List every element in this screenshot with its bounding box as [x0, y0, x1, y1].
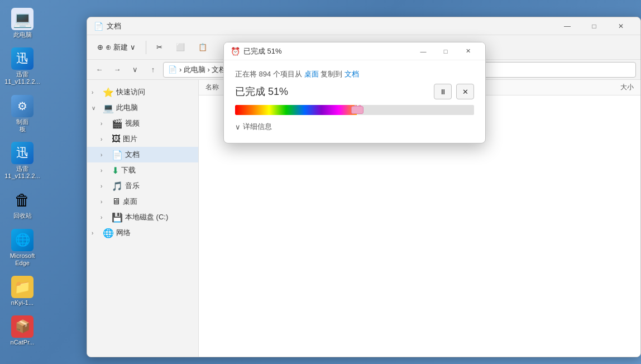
document-label: 文档 — [125, 150, 140, 160]
quickaccess-icon: ⭐ — [103, 87, 114, 98]
file-explorer-title: 文档 — [107, 21, 554, 31]
thispc-label: 此电脑 — [116, 103, 138, 113]
progress-pause-button[interactable]: ⏸ — [434, 84, 452, 99]
localdisk-label: 本地磁盘 (C:) — [125, 212, 168, 222]
sidebar-item-localdisk[interactable]: › 💾 本地磁盘 (C:) — [87, 209, 198, 225]
picture-arrow: › — [101, 136, 109, 142]
download-label: 下载 — [121, 165, 136, 175]
progress-source-link[interactable]: 桌面 — [304, 70, 319, 78]
document-arrow: › — [101, 152, 109, 158]
progress-details-toggle[interactable]: ∨ 详细信息 — [235, 122, 474, 132]
desktop-icon-thunder1[interactable]: 迅 迅雷11_v11.2.2... — [2, 45, 42, 88]
thunder2-label: 迅雷11_v11.2.2... — [4, 165, 40, 180]
progress-dest-link[interactable]: 文档 — [345, 70, 359, 78]
details-label: 详细信息 — [243, 122, 272, 132]
progress-clock-icon: ⏰ — [231, 47, 240, 56]
desktop-icon-computer[interactable]: 💻 此电脑 — [2, 6, 42, 41]
video-arrow: › — [101, 121, 109, 127]
progress-body: 正在将 894 个项目从 桌面 复制到 文档 已完成 51% ⏸ ✕ — [224, 60, 485, 143]
address-path: › 此电脑 › 文档 — [179, 65, 227, 75]
desktop-label: 桌面 — [123, 197, 137, 207]
quickaccess-arrow: › — [92, 89, 101, 95]
edge-icon: 🌐 — [11, 229, 34, 251]
desktop-icon-recycle[interactable]: 🗑 回收站 — [2, 186, 42, 222]
download-icon: ⬇ — [112, 165, 119, 176]
sidebar-item-desktop[interactable]: › 🖥 桌面 — [87, 194, 198, 209]
window-controls: — □ ✕ — [554, 17, 634, 35]
sidebar-item-document[interactable]: › 📄 文档 — [87, 147, 198, 162]
desktop-icon-folder-yellow[interactable]: 📁 nKyi-1... — [2, 274, 42, 309]
progress-minimize-button[interactable]: — — [413, 44, 434, 59]
computer-icon-label: 此电脑 — [13, 31, 32, 39]
recycle-label: 回收站 — [13, 212, 32, 219]
back-button[interactable]: ← — [92, 62, 107, 78]
thispc-icon: 💻 — [103, 103, 114, 113]
desktop-icon-edge[interactable]: 🌐 MicrosoftEdge — [2, 227, 42, 269]
content-col-size: 大小 — [578, 83, 634, 92]
progress-window-controls: — □ ✕ — [413, 44, 479, 59]
sidebar-item-video[interactable]: › 🎬 视频 — [87, 116, 198, 131]
winrar-label: nCatPr... — [11, 339, 35, 346]
progress-titlebar: ⏰ 已完成 51% — □ ✕ — [224, 42, 485, 60]
progress-controls: ⏸ ✕ — [434, 84, 474, 99]
music-icon: 🎵 — [112, 181, 123, 191]
sidebar-item-network[interactable]: › 🌐 网络 — [87, 225, 198, 241]
network-arrow: › — [92, 230, 101, 236]
localdisk-icon: 💾 — [112, 212, 123, 223]
desktop: 💻 此电脑 迅 迅雷11_v11.2.2... ⚙ 制面板 迅 迅雷11_v11… — [0, 0, 641, 364]
sidebar-item-picture[interactable]: › 🖼 图片 — [87, 131, 198, 147]
panel-icon: ⚙ — [11, 95, 34, 117]
progress-status-text: 已完成 51% — [235, 85, 288, 98]
edge-label: MicrosoftEdge — [10, 252, 35, 267]
maximize-button[interactable]: □ — [581, 17, 607, 35]
localdisk-arrow: › — [101, 214, 109, 221]
thunder1-label: 迅雷11_v11.2.2... — [4, 71, 40, 85]
desktop-arrow: › — [101, 199, 109, 205]
desktop-icon-panel[interactable]: ⚙ 制面板 — [2, 93, 42, 135]
thunder2-icon: 迅 — [11, 142, 34, 164]
quickaccess-label: 快速访问 — [116, 87, 145, 97]
desktop-icon-thunder2[interactable]: 迅 迅雷11_v11.2.2... — [2, 140, 42, 182]
sidebar-item-download[interactable]: › ⬇ 下载 — [87, 162, 198, 178]
progress-bar-container — [235, 105, 474, 115]
progress-status-row: 已完成 51% ⏸ ✕ — [235, 84, 474, 99]
progress-info: 正在将 894 个项目从 桌面 复制到 文档 — [235, 69, 474, 79]
close-button[interactable]: ✕ — [608, 17, 634, 35]
video-label: 视频 — [125, 118, 140, 128]
new-button[interactable]: ⊕ ⊕ 新建 ∨ — [92, 39, 141, 56]
progress-cancel-button[interactable]: ✕ — [456, 84, 474, 99]
paste-icon: 📋 — [198, 43, 207, 51]
copy-icon: ⬜ — [176, 43, 185, 51]
new-arrow-icon: ∨ — [130, 43, 136, 51]
progress-title: 已完成 51% — [243, 46, 413, 56]
cut-button[interactable]: ✂ — [151, 39, 168, 56]
recycle-icon: 🗑 — [11, 189, 34, 211]
forward-button[interactable]: → — [109, 62, 125, 78]
folder-yellow-icon: 📁 — [11, 276, 34, 298]
desktop-icon-winrar[interactable]: 📦 nCatPr... — [2, 313, 42, 348]
progress-dialog: ⏰ 已完成 51% — □ ✕ 正在将 894 个项目从 桌面 复制到 文档 已… — [223, 42, 486, 143]
sidebar-item-thispc[interactable]: ∨ 💻 此电脑 — [87, 100, 198, 116]
desktop-folder-icon: 🖥 — [112, 197, 121, 207]
address-path-icon: 📄 — [168, 65, 177, 74]
new-label: ⊕ 新建 — [106, 42, 128, 52]
progress-close-button[interactable]: ✕ — [457, 44, 479, 59]
down-button[interactable]: ∨ — [127, 62, 143, 78]
paste-button[interactable]: 📋 — [193, 39, 213, 56]
sidebar-item-music[interactable]: › 🎵 音乐 — [87, 178, 198, 194]
toolbar-separator-1 — [146, 41, 146, 54]
copy-button[interactable]: ⬜ — [170, 39, 190, 56]
music-label: 音乐 — [125, 181, 140, 191]
minimize-button[interactable]: — — [554, 17, 580, 35]
progress-bar-fill — [235, 105, 357, 115]
folder-yellow-label: nKyi-1... — [11, 299, 34, 306]
up-button[interactable]: ↑ — [145, 62, 161, 78]
panel-label: 制面板 — [16, 118, 28, 133]
thunder1-icon: 迅 — [11, 47, 34, 70]
document-icon: 📄 — [112, 150, 123, 160]
progress-maximize-button[interactable]: □ — [435, 44, 456, 59]
picture-label: 图片 — [123, 134, 137, 144]
sidebar-item-quickaccess[interactable]: › ⭐ 快速访问 — [87, 84, 198, 100]
picture-icon: 🖼 — [112, 134, 121, 144]
network-icon: 🌐 — [103, 228, 114, 238]
